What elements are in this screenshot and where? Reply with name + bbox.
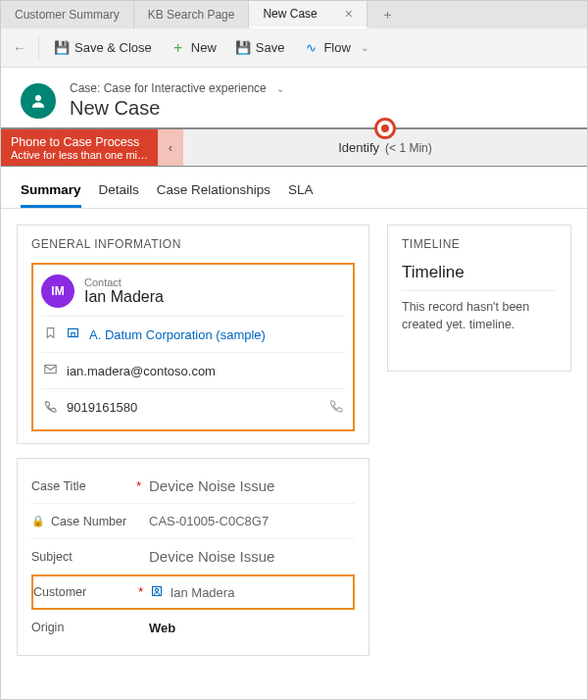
tab-label: Customer Summary	[15, 8, 120, 22]
contact-header: IM Contact Ian Madera	[41, 275, 345, 308]
email-value: ian.madera@contoso.com	[67, 364, 216, 378]
customer-row-highlight[interactable]: Customer* Ian Madera	[31, 575, 355, 610]
tab-kb-search[interactable]: KB Search Page	[134, 1, 250, 28]
svg-rect-2	[44, 365, 55, 373]
business-process-flow: Phone to Case Process Active for less th…	[1, 127, 587, 167]
section-title: TIMELINE	[402, 237, 557, 251]
contact-avatar: IM	[41, 275, 74, 308]
separator	[38, 37, 39, 59]
person-icon	[29, 92, 47, 110]
bpf-name-text: Phone to Case Process	[11, 135, 148, 149]
contact-name[interactable]: Ian Madera	[84, 288, 164, 306]
bookmark-icon	[43, 326, 57, 342]
flow-button[interactable]: ∿ Flow ⌄	[296, 36, 375, 59]
tab-case-relationships[interactable]: Case Relationships	[157, 176, 270, 208]
required-indicator: *	[138, 585, 151, 599]
case-title-row[interactable]: Case Title* Device Noise Issue	[31, 469, 355, 504]
new-button[interactable]: + New	[164, 36, 224, 59]
bpf-stage-identify[interactable]: Identify (< 1 Min)	[183, 129, 587, 166]
tab-customer-summary[interactable]: Customer Summary	[1, 1, 134, 28]
form-content: GENERAL INFORMATION IM Contact Ian Mader…	[1, 209, 587, 672]
plus-icon: +	[172, 41, 185, 55]
entity-avatar	[21, 83, 56, 119]
flow-icon: ∿	[304, 41, 318, 55]
account-link[interactable]: A. Datum Corporation (sample)	[89, 327, 266, 342]
breadcrumb[interactable]: Case: Case for Interactive experience ⌄	[70, 81, 284, 95]
tab-label: KB Search Page	[148, 8, 235, 22]
customer-lookup[interactable]: Ian Madera	[151, 585, 353, 600]
stage-indicator-icon	[374, 118, 396, 139]
timeline-header: Timeline	[402, 263, 557, 282]
chevron-down-icon: ⌄	[276, 83, 284, 94]
svg-point-0	[35, 95, 41, 101]
email-row[interactable]: ian.madera@contoso.com	[41, 352, 345, 388]
field-label: Case Number	[51, 515, 126, 528]
button-label: New	[191, 40, 217, 55]
plus-icon: ＋	[381, 6, 394, 24]
field-label: Case Title	[31, 479, 86, 493]
tab-sla[interactable]: SLA	[288, 176, 314, 208]
button-label: Save & Close	[74, 40, 152, 55]
tab-label: New Case	[263, 7, 317, 21]
record-title: New Case	[70, 97, 284, 120]
section-title: GENERAL INFORMATION	[31, 237, 355, 251]
save-close-icon: 💾	[55, 41, 69, 55]
bpf-collapse-button[interactable]: ‹	[158, 129, 183, 166]
bpf-process-name[interactable]: Phone to Case Process Active for less th…	[1, 129, 158, 166]
customer-value: Ian Madera	[171, 585, 235, 600]
back-button[interactable]: ←	[9, 40, 30, 56]
button-label: Flow	[323, 40, 350, 55]
field-label: Customer	[33, 585, 86, 599]
record-header: Case: Case for Interactive experience ⌄ …	[1, 68, 587, 127]
lock-icon: 🔒	[31, 515, 45, 527]
timeline-empty-message: This record hasn't been created yet. tim…	[402, 290, 557, 333]
field-label: Origin	[31, 621, 64, 634]
account-row[interactable]: A. Datum Corporation (sample)	[41, 316, 345, 352]
phone-icon	[43, 400, 57, 416]
save-icon: 💾	[236, 41, 250, 55]
session-tab-bar: Customer Summary KB Search Page New Case…	[1, 1, 587, 28]
stage-label: Identify	[338, 140, 379, 155]
case-number-value: CAS-01005-C0C8G7	[149, 514, 355, 528]
button-label: Save	[256, 40, 285, 55]
svg-point-4	[156, 588, 159, 591]
tab-details[interactable]: Details	[99, 176, 139, 208]
contact-card-highlight: IM Contact Ian Madera A. Datum Corporati…	[31, 263, 355, 431]
stage-duration: (< 1 Min)	[385, 141, 432, 155]
phone-value: 9019161580	[67, 400, 137, 415]
account-icon	[67, 326, 79, 342]
tab-summary[interactable]: Summary	[21, 176, 81, 208]
breadcrumb-text: Case: Case for Interactive experience	[70, 81, 267, 95]
mail-icon	[43, 363, 57, 378]
command-bar: ← 💾 Save & Close + New 💾 Save ∿ Flow ⌄	[1, 28, 587, 68]
contact-icon	[151, 585, 163, 600]
timeline-panel: TIMELINE Timeline This record hasn't bee…	[387, 225, 571, 372]
add-tab-button[interactable]: ＋	[368, 1, 408, 28]
general-information-panel: GENERAL INFORMATION IM Contact Ian Mader…	[17, 225, 369, 444]
form-tab-bar: Summary Details Case Relationships SLA	[1, 167, 587, 209]
subject-row[interactable]: Subject Device Noise Issue	[31, 539, 355, 575]
case-number-row: 🔒Case Number CAS-01005-C0C8G7	[31, 504, 355, 539]
save-button[interactable]: 💾 Save	[228, 36, 293, 59]
chevron-left-icon: ‹	[169, 140, 172, 155]
close-icon[interactable]: ×	[345, 6, 353, 22]
case-fields-panel: Case Title* Device Noise Issue 🔒Case Num…	[17, 458, 369, 656]
field-label: Subject	[31, 550, 73, 564]
origin-value[interactable]: Web	[149, 621, 355, 635]
bpf-duration-text: Active for less than one mi…	[11, 149, 148, 161]
save-and-close-button[interactable]: 💾 Save & Close	[47, 36, 160, 59]
subject-value[interactable]: Device Noise Issue	[149, 548, 355, 565]
phone-row[interactable]: 9019161580	[41, 388, 345, 425]
required-indicator: *	[136, 479, 149, 493]
origin-row[interactable]: Origin Web	[31, 610, 355, 645]
contact-label: Contact	[84, 276, 164, 288]
tab-new-case[interactable]: New Case ×	[249, 1, 368, 28]
case-title-value[interactable]: Device Noise Issue	[149, 477, 355, 494]
call-icon[interactable]	[329, 399, 343, 416]
chevron-down-icon: ⌄	[361, 42, 368, 53]
record-titles: Case: Case for Interactive experience ⌄ …	[70, 81, 284, 120]
